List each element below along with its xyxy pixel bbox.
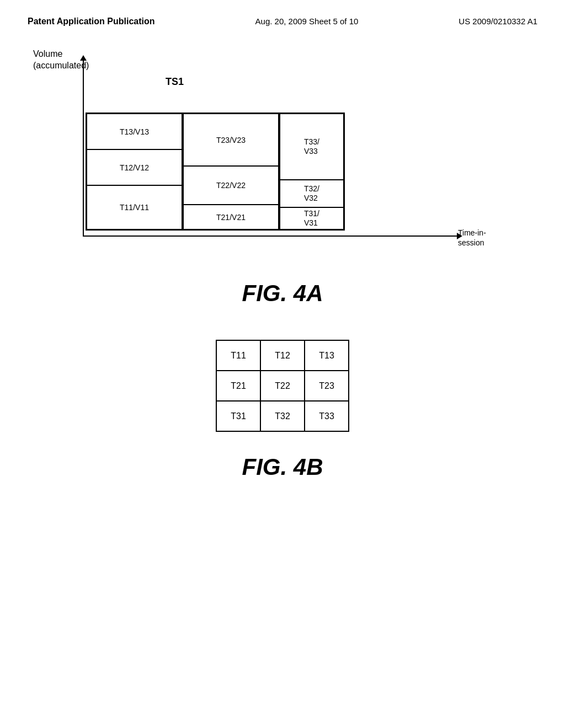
cell-t21-v21: T21/V21	[183, 205, 279, 229]
cell-t13-v13: T13/V13	[87, 114, 182, 149]
chart-area: Time-in- session T13/V13 T12/V12 T11/V11…	[83, 60, 497, 253]
bars-wrapper: T13/V13 T12/V12 T11/V11 T23/V23 T22/V22 …	[86, 82, 345, 231]
table-cell: T11	[216, 340, 260, 371]
page-header: Patent Application Publication Aug. 20, …	[0, 0, 565, 38]
table-cell: T21	[216, 371, 260, 401]
header-publication-label: Patent Application Publication	[28, 17, 155, 26]
table-cell: T22	[260, 371, 305, 401]
fig4a-caption: FIG. 4A	[33, 269, 532, 318]
header-patent-number: US 2009/0210332 A1	[459, 17, 537, 26]
x-axis	[83, 235, 458, 237]
table-cell: T33	[305, 401, 349, 431]
cell-t23-v23: T23/V23	[183, 114, 279, 166]
cell-t22-v22: T22/V22	[183, 166, 279, 205]
fig4b-table: T11T12T13T21T22T23T31T32T33	[216, 340, 349, 432]
table-cell: T31	[216, 401, 260, 431]
header-date-sheet: Aug. 20, 2009 Sheet 5 of 10	[255, 17, 359, 26]
cell-t31-v31: T31/V31	[280, 207, 344, 229]
fig4b-section: T11T12T13T21T22T23T31T32T33 FIG. 4B	[0, 329, 565, 486]
table-cell: T32	[260, 401, 305, 431]
table-cell: T13	[305, 340, 349, 371]
fig4b-caption: FIG. 4B	[242, 454, 323, 480]
bar-group-1: T13/V13 T12/V12 T11/V11	[86, 113, 182, 231]
fig4a-section: Volume (accumulated) TS1 Time-in- sessio…	[0, 43, 565, 329]
bar-group-2: T23/V23 T22/V22 T21/V21	[182, 113, 279, 231]
y-axis	[83, 60, 84, 236]
table-cell: T23	[305, 371, 349, 401]
cell-t11-v11: T11/V11	[87, 185, 182, 229]
bar-group-3: T33/V33 T32/V32 T31/V31	[279, 113, 345, 231]
table-row: T11T12T13	[216, 340, 349, 371]
table-row: T31T32T33	[216, 401, 349, 431]
table-row: T21T22T23	[216, 371, 349, 401]
x-axis-label: Time-in- session	[458, 228, 486, 248]
cell-t32-v32: T32/V32	[280, 180, 344, 207]
table-cell: T12	[260, 340, 305, 371]
cell-t33-v33: T33/V33	[280, 114, 344, 180]
cell-t12-v12: T12/V12	[87, 149, 182, 185]
